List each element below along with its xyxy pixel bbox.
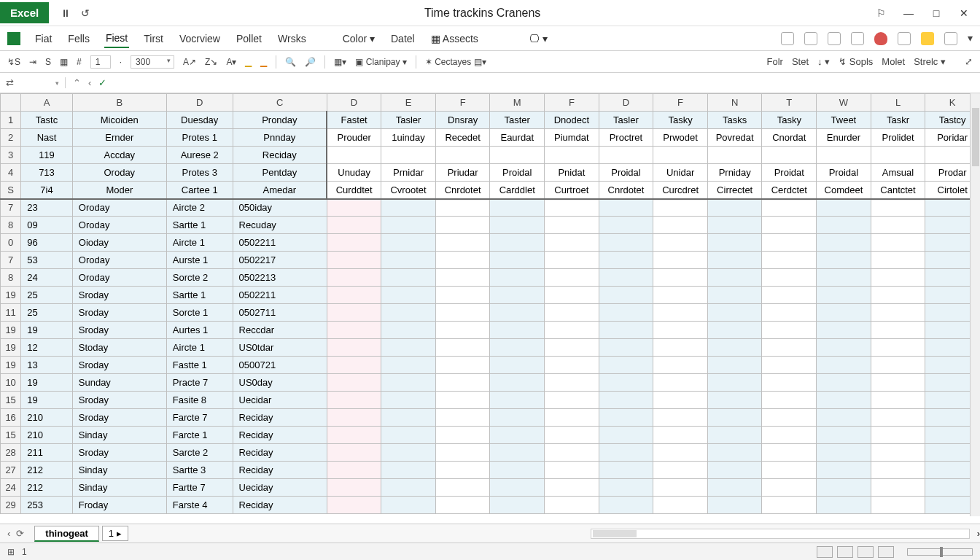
cell[interactable]: [762, 234, 817, 252]
cell[interactable]: [545, 479, 599, 497]
cell[interactable]: [435, 322, 490, 339]
cell[interactable]: 09: [21, 217, 73, 234]
cell[interactable]: [817, 497, 871, 514]
cell[interactable]: 210: [21, 427, 73, 444]
cell[interactable]: [327, 199, 381, 217]
cell[interactable]: US0day: [233, 374, 327, 392]
cell[interactable]: [545, 357, 599, 374]
cell[interactable]: [490, 199, 545, 217]
menu-assects[interactable]: ▦ Assects: [429, 30, 480, 47]
row-header[interactable]: 10: [1, 374, 21, 392]
cell[interactable]: [490, 217, 545, 234]
tab-tirst[interactable]: Tirst: [142, 30, 165, 47]
col-header[interactable]: D: [327, 94, 381, 112]
minimize-button[interactable]: —: [903, 7, 914, 19]
view-break-button[interactable]: [858, 546, 874, 558]
cell[interactable]: Sorcte 1: [166, 304, 233, 322]
currency-icon[interactable]: ↯S: [7, 57, 20, 67]
cell[interactable]: Povredat: [707, 129, 762, 147]
cell[interactable]: [381, 357, 436, 374]
cell[interactable]: Sroday: [72, 409, 166, 427]
cell[interactable]: Eaurdat: [490, 129, 545, 147]
cell[interactable]: [817, 322, 871, 339]
cell[interactable]: Taster: [490, 112, 545, 129]
cell[interactable]: [653, 497, 708, 514]
cell[interactable]: Aircte 2: [166, 199, 233, 217]
cell[interactable]: [817, 217, 871, 234]
cell[interactable]: Sunday: [72, 374, 166, 392]
cell[interactable]: [599, 322, 653, 339]
cell[interactable]: [653, 234, 708, 252]
cell[interactable]: Duesday: [166, 112, 233, 129]
cell[interactable]: [871, 269, 925, 287]
cell[interactable]: 13: [21, 357, 73, 374]
row-header[interactable]: 29: [1, 497, 21, 514]
cell[interactable]: 0502711: [233, 304, 327, 322]
cell[interactable]: [871, 497, 925, 514]
cell[interactable]: [817, 462, 871, 479]
cell[interactable]: [762, 217, 817, 234]
cell[interactable]: [762, 252, 817, 269]
spreadsheet-grid[interactable]: ABDCDEFMFDFNTWLK1TastcMicoidenDuesdayPro…: [0, 93, 980, 516]
cell[interactable]: [762, 374, 817, 392]
cell[interactable]: [762, 357, 817, 374]
cell[interactable]: [653, 304, 708, 322]
tab-fiest[interactable]: Fiest: [104, 29, 129, 48]
cell[interactable]: [327, 374, 381, 392]
cell[interactable]: [707, 409, 762, 427]
stet-label[interactable]: Stet: [792, 56, 809, 67]
cell[interactable]: [327, 252, 381, 269]
cell[interactable]: [490, 427, 545, 444]
cell[interactable]: [817, 269, 871, 287]
cell[interactable]: Fasite 8: [166, 392, 233, 409]
pen-icon[interactable]: [781, 32, 794, 45]
cell[interactable]: [817, 357, 871, 374]
row-header[interactable]: 19: [1, 322, 21, 339]
cell[interactable]: 211: [21, 444, 73, 462]
cell[interactable]: [599, 427, 653, 444]
menu-datel[interactable]: Datel: [389, 30, 416, 47]
col-header[interactable]: A: [21, 94, 73, 112]
qa-icon-1[interactable]: ⏸: [61, 7, 71, 19]
cell[interactable]: Recedet: [435, 129, 490, 147]
cell[interactable]: [545, 304, 599, 322]
cell[interactable]: Sroday: [72, 357, 166, 374]
cell[interactable]: [327, 287, 381, 304]
cell[interactable]: Proidal: [599, 164, 653, 182]
cell[interactable]: [707, 147, 762, 164]
cell[interactable]: [871, 462, 925, 479]
cell[interactable]: 24: [21, 269, 73, 287]
cell[interactable]: [435, 217, 490, 234]
row-header[interactable]: 8: [1, 269, 21, 287]
cell[interactable]: [599, 304, 653, 322]
cell[interactable]: 119: [21, 147, 73, 164]
cell[interactable]: [871, 147, 925, 164]
cell[interactable]: [653, 462, 708, 479]
cell[interactable]: Unuday: [327, 164, 381, 182]
view-custom-button[interactable]: [878, 546, 894, 558]
cell[interactable]: [817, 199, 871, 217]
cell[interactable]: 19: [21, 322, 73, 339]
cell[interactable]: 19: [21, 374, 73, 392]
cell[interactable]: [817, 374, 871, 392]
cell[interactable]: [545, 374, 599, 392]
col-header[interactable]: C: [233, 94, 327, 112]
row-header[interactable]: 15: [1, 392, 21, 409]
cell[interactable]: [653, 217, 708, 234]
cell[interactable]: [381, 199, 436, 217]
close-button[interactable]: ✕: [958, 7, 970, 19]
cell[interactable]: Reccdar: [233, 322, 327, 339]
tab-vocrview[interactable]: Vocrview: [178, 30, 222, 47]
cell[interactable]: 19: [21, 392, 73, 409]
cell[interactable]: [707, 357, 762, 374]
cell[interactable]: [707, 304, 762, 322]
cell[interactable]: [707, 217, 762, 234]
cell[interactable]: Tasky: [762, 112, 817, 129]
cell[interactable]: [490, 287, 545, 304]
cell[interactable]: [707, 392, 762, 409]
cell[interactable]: [381, 409, 436, 427]
cell[interactable]: [817, 252, 871, 269]
cell[interactable]: 253: [21, 497, 73, 514]
cell[interactable]: [327, 357, 381, 374]
cell[interactable]: [435, 444, 490, 462]
